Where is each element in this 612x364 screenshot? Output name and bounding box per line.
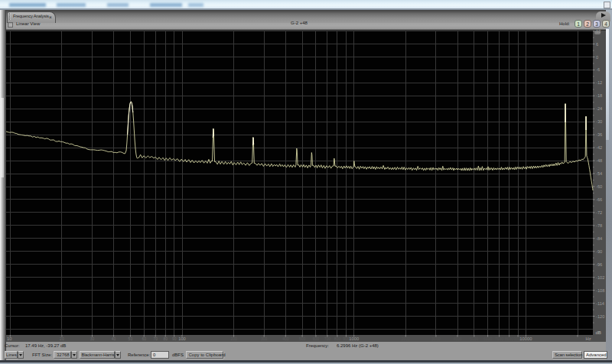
svg-text:1000: 1000: [349, 336, 359, 341]
svg-text:600: 600: [313, 336, 320, 341]
svg-text:-42: -42: [596, 145, 602, 150]
svg-text:10000: 10000: [519, 336, 532, 341]
svg-text:2000: 2000: [402, 336, 410, 341]
svg-text:-102: -102: [596, 275, 604, 280]
svg-text:Hz: Hz: [586, 336, 591, 341]
svg-text:-84: -84: [596, 236, 602, 241]
svg-text:-72: -72: [596, 210, 602, 215]
svg-text:-54: -54: [596, 171, 602, 176]
svg-text:70: 70: [153, 336, 158, 341]
svg-text:6000: 6000: [483, 336, 492, 341]
svg-text:-108: -108: [596, 288, 604, 293]
svg-text:50: 50: [129, 336, 133, 341]
svg-text:-66: -66: [596, 197, 602, 202]
svg-text:-30: -30: [596, 119, 602, 124]
svg-text:80: 80: [163, 336, 168, 341]
svg-text:300: 300: [261, 336, 268, 341]
svg-text:500: 500: [299, 336, 306, 341]
svg-text:-24: -24: [596, 106, 602, 111]
svg-text:20: 20: [60, 336, 64, 341]
svg-text:5000: 5000: [470, 336, 478, 341]
svg-text:0: 0: [596, 55, 598, 60]
svg-text:10: 10: [7, 336, 11, 341]
svg-text:-114: -114: [596, 301, 604, 306]
svg-text:-90: -90: [596, 249, 602, 254]
svg-text:-18: -18: [596, 93, 602, 98]
svg-text:90: 90: [172, 336, 177, 341]
svg-text:-60: -60: [596, 184, 602, 189]
svg-text:3000: 3000: [431, 336, 440, 341]
svg-text:-78: -78: [596, 223, 602, 228]
svg-text:-96: -96: [596, 262, 602, 267]
svg-text:800: 800: [334, 336, 341, 341]
svg-text:400: 400: [282, 336, 289, 341]
svg-text:-12: -12: [596, 80, 602, 85]
svg-text:200: 200: [230, 336, 237, 341]
svg-text:60: 60: [142, 336, 146, 341]
svg-text:8000: 8000: [505, 336, 513, 341]
svg-text:-120: -120: [596, 314, 604, 319]
svg-text:6: 6: [596, 42, 598, 47]
svg-text:7000: 7000: [495, 336, 503, 341]
svg-text:dB: dB: [596, 330, 601, 335]
svg-text:100: 100: [178, 336, 186, 341]
svg-text:-48: -48: [596, 158, 602, 163]
svg-text:30: 30: [90, 336, 95, 341]
svg-text:-6: -6: [596, 67, 600, 72]
svg-text:-36: -36: [596, 132, 602, 137]
svg-text:700: 700: [324, 336, 331, 341]
svg-text:4000: 4000: [453, 336, 461, 341]
svg-text:40: 40: [112, 336, 116, 341]
